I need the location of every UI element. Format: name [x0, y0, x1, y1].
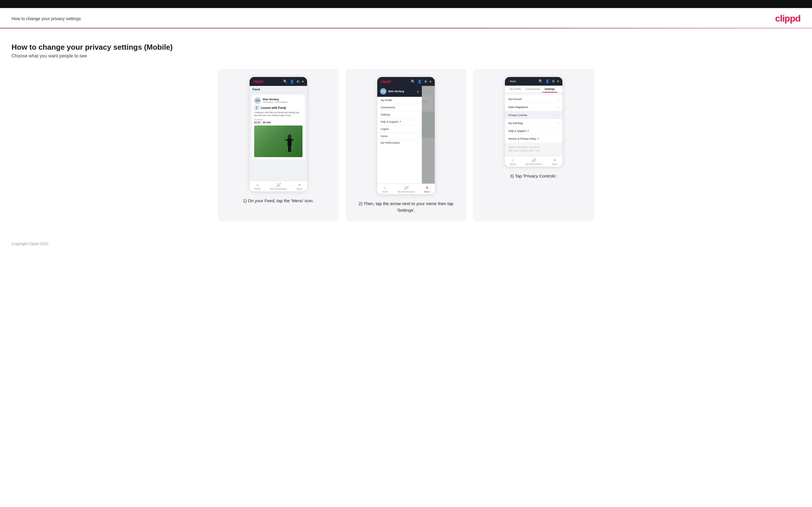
menu-label-3: Menu: [552, 163, 558, 165]
menu-item-logout: Logout: [377, 125, 422, 133]
account-label: My Account: [508, 98, 522, 101]
feed-meta: Yesterday · Sunningdale: [263, 101, 288, 103]
menu-icon-2: ✕: [425, 185, 429, 190]
menu-username: Blair McHarg: [388, 90, 404, 93]
phone-2-icons: 🔍 👤 ⚙ ▾: [411, 79, 431, 83]
phone-2-content: Feed Lesson with Fordy Looking to feel l…: [377, 86, 435, 183]
data-label: Data Integrations: [508, 106, 528, 109]
bottom-home-3: ⌂ Home: [510, 158, 516, 165]
tab-my-profile[interactable]: My Profile: [507, 86, 523, 93]
chevron-icon-2: ▾: [429, 79, 431, 83]
phone-1-logo: clippd: [253, 79, 263, 83]
tab-connections[interactable]: Connections: [523, 86, 542, 93]
menu-item-settings: Settings: [377, 111, 422, 118]
settings-icon: ⚙: [297, 79, 300, 83]
bottom-home-2: ⌂ Home: [382, 185, 388, 193]
settings-item-service[interactable]: Service & Privacy Policy ↗: [505, 135, 562, 143]
person-icon-2: 👤: [417, 79, 422, 83]
person-icon-3: 👤: [545, 79, 550, 83]
bottom-menu-3: ≡ Menu: [552, 158, 558, 165]
performance-label-2: My Performance: [398, 190, 415, 193]
menu-label: Menu: [297, 187, 302, 190]
menu-item-connections: Connections: [377, 104, 422, 111]
phone-2: clippd 🔍 👤 ⚙ ▾ Feed Lesson with Fordy Lo…: [377, 77, 435, 194]
menu-performance-label: My Performance: [381, 141, 400, 144]
copyright-text: Copyright Clippd 2022: [11, 241, 49, 246]
home-label: Home: [254, 187, 260, 190]
bottom-performance: 📈 My Performance: [270, 183, 287, 190]
menu-panel: BM Blair McHarg ∧ My Profile Connections…: [377, 86, 422, 183]
menu-performance-chevron: ›: [417, 141, 418, 144]
bottom-menu-2: ✕ Menu: [424, 185, 430, 193]
bottom-performance-3: 📈 My Performance: [525, 158, 542, 165]
step-3-caption: 3) Tap 'Privacy Controls'.: [510, 173, 558, 179]
back-button[interactable]: ‹ Back: [508, 80, 516, 83]
privacy-chevron: ›: [558, 113, 559, 117]
tab-settings[interactable]: Settings: [542, 86, 557, 93]
home-icon-2: ⌂: [384, 185, 386, 190]
service-label: Service & Privacy Policy ↗: [508, 137, 540, 140]
menu-icon-3: ≡: [554, 158, 556, 162]
steps-container: clippd 🔍 👤 ⚙ ▾ Feed BM: [11, 69, 801, 221]
menu-icon: ≡: [299, 183, 301, 187]
header-title: How to change your privacy settings: [11, 16, 81, 21]
top-bar: [0, 0, 812, 8]
feed-avatar: BM: [254, 97, 261, 104]
bottom-home: ⌂ Home: [254, 183, 260, 190]
svg-rect-4: [288, 146, 290, 152]
performance-icon-2: 📈: [404, 185, 409, 190]
feed-user-row: BM Blair McHarg Yesterday · Sunningdale: [254, 97, 303, 104]
step-2-card: clippd 🔍 👤 ⚙ ▾ Feed Lesson with Fordy Lo…: [346, 69, 466, 221]
person-icon: 👤: [290, 79, 294, 83]
settings-item-privacy[interactable]: Privacy Controls ›: [505, 111, 562, 119]
settings-back-nav: ‹ Back 🔍 👤 ⚙ ▾: [505, 77, 562, 86]
feed-lesson-row: 🏌 Lesson with Fordy: [254, 105, 303, 110]
settings-item-account[interactable]: My Account ›: [505, 95, 562, 103]
header-divider: [0, 28, 812, 29]
feed-golfer-image: [254, 125, 303, 157]
settings-icon-2: ⚙: [424, 79, 427, 83]
feed-post: BM Blair McHarg Yesterday · Sunningdale …: [252, 95, 305, 159]
feed-lesson-icon: 🏌: [254, 105, 259, 110]
search-icon: 🔍: [283, 79, 288, 83]
settings-item-help[interactable]: Help & Support ↗: [505, 127, 562, 135]
settings-item-data[interactable]: Data Integrations ›: [505, 103, 562, 111]
menu-user-row: BM Blair McHarg ∧: [377, 86, 422, 97]
svg-rect-5: [290, 146, 291, 152]
phone-1: clippd 🔍 👤 ⚙ ▾ Feed BM: [250, 77, 307, 191]
settings-item-golf-bag[interactable]: My Golf Bag ›: [505, 119, 562, 127]
back-label: Back: [510, 80, 516, 83]
phone-2-bottom: ⌂ Home 📈 My Performance ✕ Menu: [377, 183, 435, 194]
feed-username: Blair McHarg: [263, 98, 288, 101]
chevron-icon: ▾: [302, 79, 304, 83]
menu-item-profile: My Profile: [377, 97, 422, 104]
performance-label-3: My Performance: [525, 163, 542, 165]
menu-section-home: Home ›: [377, 133, 422, 139]
logo: clippd: [775, 13, 801, 24]
chevron-icon-3: ▾: [557, 79, 559, 83]
home-label-2: Home: [382, 190, 388, 193]
bottom-performance-2: 📈 My Performance: [398, 185, 415, 193]
phone-2-nav: clippd 🔍 👤 ⚙ ▾: [377, 77, 435, 86]
search-icon-3: 🔍: [539, 79, 543, 83]
step-2-caption: 2) Then, tap the arrow next to your name…: [351, 201, 461, 213]
step-3-card: ‹ Back 🔍 👤 ⚙ ▾ My Profile Connections Se…: [473, 69, 594, 221]
main-content: How to change your privacy settings (Mob…: [0, 37, 812, 233]
version-client: Clippd Client Version: 2022.8.3-3: [508, 146, 559, 149]
menu-item-help: Help & Support ↗: [377, 118, 422, 125]
menu-avatar: BM: [380, 88, 387, 95]
home-label-3: Home: [510, 163, 516, 165]
svg-point-0: [288, 134, 292, 138]
menu-chevron-up: ∧: [417, 90, 419, 93]
menu-user-info: BM Blair McHarg: [380, 88, 404, 95]
feed-label: Feed: [250, 86, 307, 93]
phone-1-content: Feed BM Blair McHarg Yesterday · Sunning…: [250, 86, 307, 181]
version-server: GQL Server Version: 2022.7.30-1: [508, 149, 559, 153]
phone-3: ‹ Back 🔍 👤 ⚙ ▾ My Profile Connections Se…: [505, 77, 562, 167]
bottom-menu: ≡ Menu: [297, 183, 302, 190]
phone-1-nav: clippd 🔍 👤 ⚙ ▾: [250, 77, 307, 86]
menu-section-performance: My Performance ›: [377, 139, 422, 146]
settings-tabs: My Profile Connections Settings: [505, 86, 562, 93]
feed-user-info: Blair McHarg Yesterday · Sunningdale: [263, 98, 288, 103]
phone-3-icons: 🔍 👤 ⚙ ▾: [539, 79, 559, 83]
